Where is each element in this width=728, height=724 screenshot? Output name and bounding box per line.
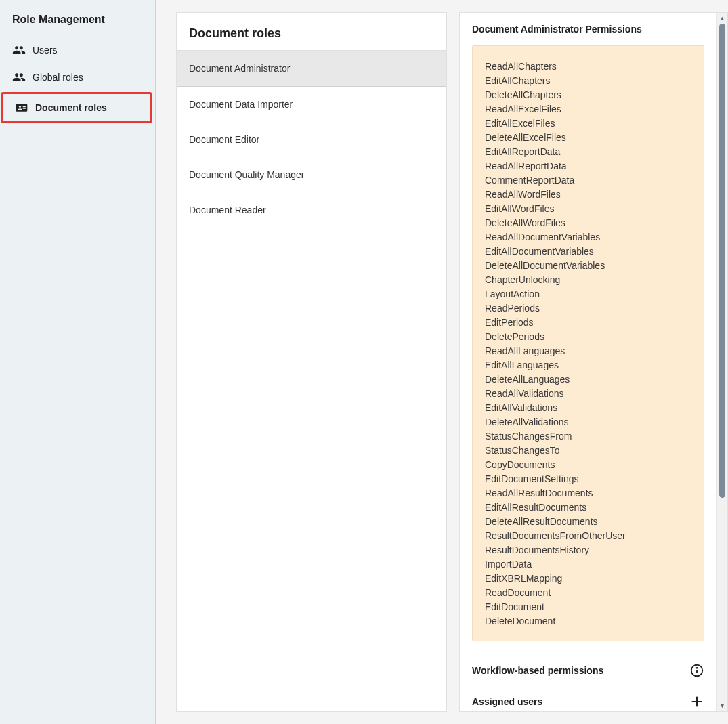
permission-item: EditAllChapters	[485, 74, 691, 88]
main: Document roles Document Administrator Do…	[156, 0, 728, 724]
sidebar-item-users[interactable]: Users	[0, 37, 155, 64]
sidebar-item-global-roles[interactable]: Global roles	[0, 64, 155, 91]
sidebar-item-label: Users	[33, 45, 58, 56]
permission-item: LayoutAction	[485, 287, 691, 301]
permission-item: DeletePeriods	[485, 330, 691, 344]
permission-item: EditAllExcelFiles	[485, 116, 691, 131]
role-item[interactable]: Document Administrator	[177, 51, 446, 87]
add-icon[interactable]	[689, 694, 704, 709]
permission-item: EditAllDocumentVariables	[485, 244, 691, 259]
permission-item: EditPeriods	[485, 316, 691, 330]
users-icon	[12, 70, 26, 84]
permission-item: DeleteAllLanguages	[485, 372, 691, 387]
permission-item: EditAllLanguages	[485, 358, 691, 372]
permission-item: ReadAllReportData	[485, 159, 691, 173]
permission-item: ReadAllExcelFiles	[485, 102, 691, 116]
permission-item: ReadAllResultDocuments	[485, 486, 691, 501]
sidebar-item-label: Global roles	[33, 72, 83, 83]
permission-item: ReadAllDocumentVariables	[485, 230, 691, 244]
users-icon	[12, 43, 26, 57]
permission-item: ResultDocumentsHistory	[485, 543, 691, 557]
sidebar: Role Management Users Global roles Docum…	[0, 0, 156, 724]
permission-item: EditAllValidations	[485, 401, 691, 415]
permission-item: DeleteAllChapters	[485, 88, 691, 102]
scroll-thumb[interactable]	[719, 24, 725, 498]
scroll-up-arrow-icon[interactable]: ▲	[717, 13, 728, 24]
roles-panel: Document roles Document Administrator Do…	[176, 12, 447, 712]
role-item[interactable]: Document Data Importer	[177, 87, 446, 122]
permissions-box: ReadAllChapters EditAllChapters DeleteAl…	[472, 45, 704, 641]
scrollbar[interactable]: ▲ ▼	[716, 13, 727, 711]
permission-item: CopyDocuments	[485, 458, 691, 472]
permission-item: EditAllWordFiles	[485, 202, 691, 216]
role-item[interactable]: Document Editor	[177, 122, 446, 157]
permission-item: ReadPeriods	[485, 301, 691, 316]
permission-item: EditDocument	[485, 600, 691, 614]
sidebar-title: Role Management	[0, 0, 155, 37]
permission-item: DeleteAllDocumentVariables	[485, 259, 691, 273]
permission-item: ReadDocument	[485, 586, 691, 600]
permission-item: EditDocumentSettings	[485, 472, 691, 486]
details-panel: Document Administrator Permissions ReadA…	[459, 12, 728, 712]
permission-item: DeleteAllExcelFiles	[485, 131, 691, 145]
role-item[interactable]: Document Reader	[177, 192, 446, 228]
permission-item: ResultDocumentsFromOtherUser	[485, 529, 691, 543]
permission-item: DeleteAllValidations	[485, 415, 691, 429]
permission-item: StatusChangesFrom	[485, 429, 691, 444]
highlight-box: Document roles	[1, 92, 152, 123]
sidebar-item-document-roles[interactable]: Document roles	[3, 94, 150, 121]
details-content: Document Administrator Permissions ReadA…	[460, 13, 716, 711]
permission-item: EditAllReportData	[485, 145, 691, 159]
assigned-users-row: Assigned users	[472, 685, 704, 711]
id-card-icon	[15, 101, 28, 114]
permission-item: DeleteDocument	[485, 614, 691, 629]
role-item[interactable]: Document Quality Manager	[177, 157, 446, 192]
permission-item: ReadAllValidations	[485, 387, 691, 401]
workflow-permissions-label: Workflow-based permissions	[472, 665, 603, 676]
scroll-track[interactable]	[717, 24, 727, 700]
permission-item: ReadAllWordFiles	[485, 188, 691, 202]
sidebar-item-label: Document roles	[35, 102, 107, 113]
info-icon[interactable]	[689, 663, 704, 678]
permission-item: StatusChangesTo	[485, 444, 691, 458]
permission-item: ReadAllChapters	[485, 60, 691, 74]
permission-item: DeleteAllResultDocuments	[485, 515, 691, 529]
permission-item: CommentReportData	[485, 173, 691, 188]
svg-point-2	[697, 668, 698, 668]
permission-item: ChapterUnlocking	[485, 273, 691, 287]
workflow-permissions-row: Workflow-based permissions	[472, 654, 704, 685]
permission-item: ReadAllLanguages	[485, 344, 691, 358]
permission-item: EditXBRLMapping	[485, 572, 691, 586]
scroll-down-arrow-icon[interactable]: ▼	[717, 700, 728, 711]
assigned-users-label: Assigned users	[472, 696, 542, 707]
permission-item: EditAllResultDocuments	[485, 501, 691, 515]
roles-panel-header: Document roles	[177, 13, 446, 51]
permission-item: DeleteAllWordFiles	[485, 216, 691, 230]
permissions-title: Document Administrator Permissions	[472, 24, 704, 35]
permission-item: ImportData	[485, 557, 691, 572]
